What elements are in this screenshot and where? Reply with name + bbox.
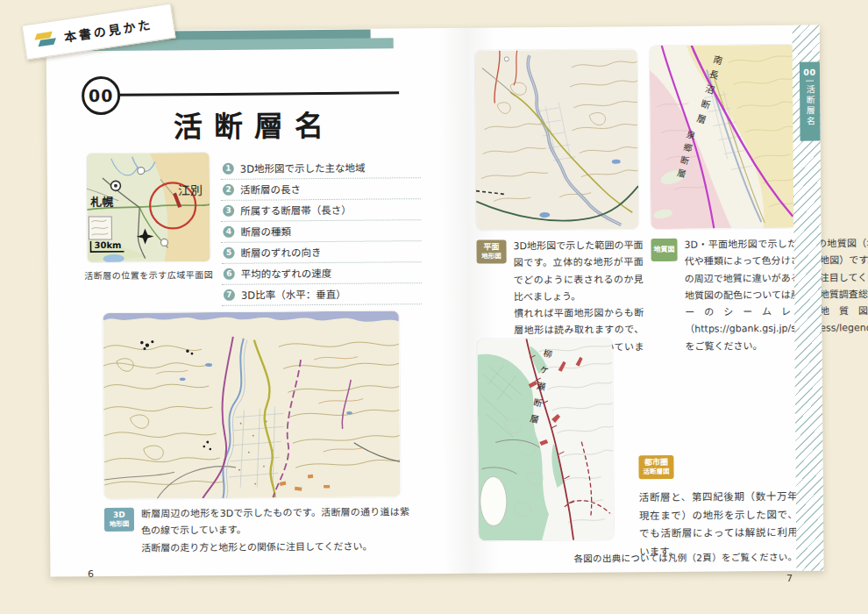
legend-number-badge: 1 [223,162,234,174]
urban-fault-map-svg [477,338,614,540]
page-number-right: 7 [786,573,793,584]
page-title: 活断層名 [99,102,397,146]
legend-number-badge: 5 [224,246,235,258]
badge-urban-line1: 都市圏 [641,458,671,468]
legend-item-text: 活断層の長さ [240,182,301,196]
chapter-side-tab: 00 活断層名 [800,62,821,141]
caption-3d-block: 3D 地形図 断層周辺の地形を3Dで示したものです。活断層の通り道は紫色の線で示… [104,503,409,556]
legend-item-text: 平均的なずれの速度 [241,266,332,281]
plane-topo-map-svg [475,49,639,230]
legend-number-badge: 3 [223,204,234,216]
book-logo-icon [32,30,57,49]
legend-item-text: 断層のずれの向き [240,245,321,260]
legend-number-badge: 4 [223,225,234,237]
terrain-3d-map-svg [103,311,401,499]
legend-item: 73D比率（水平：垂直） [222,283,422,306]
badge-plane-line2: 地形図 [480,253,504,261]
legend-number-badge: 2 [223,183,234,195]
locator-map-caption: 活断層の位置を示す広域平面図 [73,268,225,282]
legend-item: 2活断層の長さ [221,178,421,201]
side-tab-label: 活断層名 [803,85,816,127]
book-spread: 本書の見かた 00 活断層名 札幌 [46,25,824,577]
legend-item: 13D地形図で示した主な地域 [221,157,421,180]
locator-map: 札幌 江別 30km [87,153,210,262]
badge-3d-line2: 地形図 [107,520,132,529]
badge-geology-map: 地質図 [651,239,677,261]
urban-fault-map [477,338,614,540]
caption-geology-para1: 3D・平面地形図で示した範囲の地質図（地質の年代や種類によって色分けされた地図）… [684,238,868,284]
geology-map [650,45,797,229]
locator-map-svg: 札幌 江別 30km [87,153,210,262]
caption-3d-para2: 活断層の走り方と地形との関係に注目してください。 [141,540,372,553]
legend-item-text: 3D地形図で示した主な地域 [240,161,366,175]
chapter-number: 00 [89,86,114,105]
plane-topo-map [475,49,639,230]
page-number-left: 6 [88,568,94,580]
legend-number-badge: 7 [224,289,235,300]
section-tag: 本書の見かた [22,4,176,61]
legend-item: 4断層の種類 [221,220,421,243]
locator-city-sapporo: 札幌 [89,196,113,209]
caption-3d-para1: 断層周辺の地形を3Dで示したものです。活断層の通り道は紫色の線で示しています。 [141,506,409,537]
badge-3d-line1: 3D [107,510,132,520]
chapter-number-circle: 00 [82,76,120,115]
legend-item: 6平均的なずれの速度 [222,262,422,285]
legend-item-text: 断層の種類 [240,224,291,238]
legend-list: 13D地形図で示した主な地域 2活断層の長さ 3所属する断層帯（長さ） 4断層の… [221,157,422,306]
chapter-rule [117,91,399,96]
badge-plane-map: 平面 地形図 [476,239,506,263]
caption-geology-text: 3D・平面地形図で示した範囲の地質図（地質の年代や種類によって色分けされた地図）… [684,235,868,355]
side-tab-divider [806,81,814,82]
legend-item: 5断層のずれの向き [221,241,421,264]
locator-scale-label: 30km [94,240,121,250]
badge-3d-map: 3D 地形図 [104,508,134,532]
sources-footnote: 各図の出典については凡例（2頁）をご覧ください。 [471,550,797,566]
terrain-3d-map [103,311,401,499]
section-tag-label: 本書の見かた [63,15,154,46]
legend-item-text: 3D比率（水平：垂直） [241,287,346,302]
locator-city-ebetsu: 江別 [178,183,203,197]
legend-item: 3所属する断層帯（長さ） [221,199,421,222]
geology-map-svg [650,45,797,229]
side-tab-number: 00 [803,68,815,77]
legend-item-text: 所属する断層帯（長さ） [240,203,352,218]
badge-urban-fault-map: 都市圏 活断層図 [638,455,673,479]
caption-3d-text: 断層周辺の地形を3Dで示したものです。活断層の通り道は紫色の線で示しています。 … [141,503,409,556]
legend-number-badge: 6 [224,268,235,279]
badge-plane-line1: 平面 [479,242,503,252]
caption-plane-para1: 3D地形図で示した範囲の平面図です。立体的な地形が平面でどのように表されるのか見… [513,239,643,303]
caption-geology-para2: 地質図の配色については産総研地質調査総合センターのシームレス地質図凡例（http… [685,289,868,353]
badge-urban-line2: 活断層図 [642,468,672,476]
